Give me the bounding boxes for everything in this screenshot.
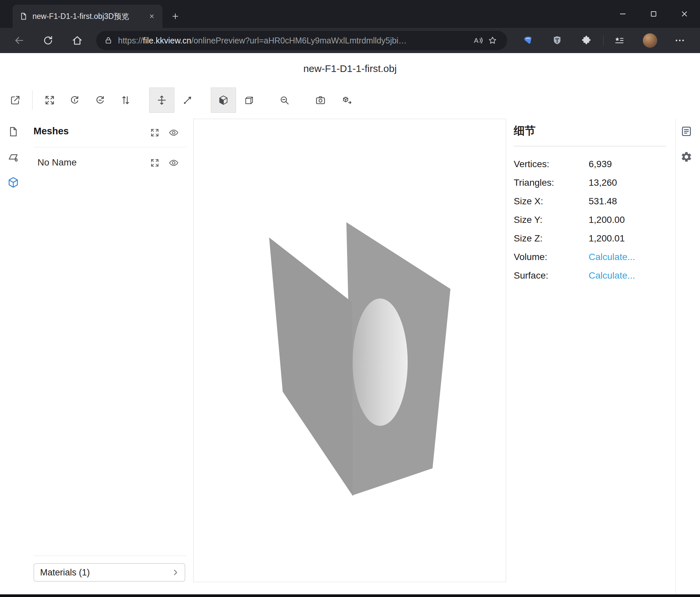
read-aloud-button[interactable]: A xyxy=(471,33,485,48)
details-panel: 细节 Vertices: 6,939 Triangles: 13,260 Siz… xyxy=(514,123,666,285)
move-vertical-button[interactable] xyxy=(149,88,174,113)
details-list-button[interactable] xyxy=(680,125,692,137)
page-title: new-F1-D1-1-first.obj xyxy=(0,63,700,74)
profile-avatar[interactable] xyxy=(643,33,657,48)
minimize-button[interactable] xyxy=(611,0,634,28)
fit-view-button[interactable] xyxy=(37,88,62,113)
favorite-star-button[interactable] xyxy=(485,33,500,48)
detail-label: Surface: xyxy=(514,270,589,281)
close-button[interactable] xyxy=(673,0,696,28)
extensions-puzzle-icon[interactable] xyxy=(578,32,594,48)
detail-value: 1,200.01 xyxy=(589,233,625,244)
materials-label: Materials (1) xyxy=(40,568,90,578)
detail-label: Volume: xyxy=(514,252,589,262)
line-tool-button[interactable] xyxy=(175,88,200,113)
materials-divider xyxy=(33,555,186,556)
screenshot-button[interactable] xyxy=(308,88,333,113)
rotate-z-button[interactable] xyxy=(88,88,113,113)
calculate-surface-link[interactable]: Calculate... xyxy=(589,270,635,281)
detail-row-size-z: Size Z: 1,200.01 xyxy=(514,229,666,248)
measure-button[interactable] xyxy=(272,88,297,113)
rotate-x-button[interactable] xyxy=(62,88,87,113)
detail-value: 6,939 xyxy=(589,159,612,169)
materials-button[interactable]: Materials (1) xyxy=(33,563,185,582)
lock-icon xyxy=(104,36,113,45)
open-external-button[interactable] xyxy=(3,88,28,113)
toolbar xyxy=(0,88,700,113)
materials-tool-button[interactable] xyxy=(4,148,23,167)
detail-value: 13,260 xyxy=(589,177,617,188)
tab-close-icon[interactable] xyxy=(146,10,158,22)
back-button[interactable] xyxy=(11,32,27,48)
detail-row-vertices: Vertices: 6,939 xyxy=(514,155,666,173)
cube-half-button[interactable] xyxy=(211,88,236,113)
detail-label: Size Z: xyxy=(514,233,589,244)
mesh-item-expand-button[interactable] xyxy=(149,157,161,169)
meshes-expand-button[interactable] xyxy=(149,127,161,139)
details-rows: Vertices: 6,939 Triangles: 13,260 Size X… xyxy=(514,155,666,285)
browser-window: new-F1-D1-1-first.obj3D预览 xyxy=(0,0,700,597)
swap-vertical-button[interactable] xyxy=(113,88,138,113)
toolbar-divider xyxy=(32,90,32,110)
meshes-divider xyxy=(33,147,186,147)
browser-tab[interactable]: new-F1-D1-1-first.obj3D预览 xyxy=(12,5,162,28)
tab-title: new-F1-D1-1-first.obj3D预览 xyxy=(32,11,141,22)
box-button[interactable] xyxy=(236,88,262,113)
detail-label: Size X: xyxy=(514,196,589,207)
detail-value: 1,200.00 xyxy=(589,215,625,225)
extension-blue-icon[interactable] xyxy=(520,32,536,48)
mesh-item-visibility-button[interactable] xyxy=(168,157,180,169)
navbar: https://file.kkview.cn/onlinePreview?url… xyxy=(0,28,700,53)
details-divider xyxy=(514,146,666,146)
detail-row-surface: Surface: Calculate... xyxy=(514,266,666,285)
settings-gear-button[interactable] xyxy=(680,151,692,163)
maximize-button[interactable] xyxy=(642,0,665,28)
home-button[interactable] xyxy=(69,32,85,48)
document-tab-button[interactable] xyxy=(4,122,23,141)
meshes-visibility-button[interactable] xyxy=(168,127,180,139)
new-tab-button[interactable] xyxy=(168,9,183,24)
shield-extension-icon[interactable] xyxy=(549,32,565,48)
chevron-right-icon xyxy=(171,568,180,577)
detail-row-volume: Volume: Calculate... xyxy=(514,248,666,266)
detail-value: 531.48 xyxy=(589,196,617,207)
model-viewport[interactable] xyxy=(193,119,506,582)
detail-row-triangles: Triangles: 13,260 xyxy=(514,173,666,192)
bottom-edge xyxy=(0,594,700,597)
address-bar[interactable]: https://file.kkview.cn/onlinePreview?url… xyxy=(96,31,507,50)
detail-label: Triangles: xyxy=(514,177,589,188)
nav-divider xyxy=(603,35,604,46)
url-text: https://file.kkview.cn/onlinePreview?url… xyxy=(118,36,471,45)
refresh-button[interactable] xyxy=(40,32,56,48)
favorites-bar-icon[interactable] xyxy=(611,32,627,48)
model-render xyxy=(194,119,506,582)
meshes-header: Meshes xyxy=(33,126,69,137)
more-menu-button[interactable] xyxy=(672,32,688,48)
model-cube-button[interactable] xyxy=(4,173,23,192)
svg-text:A: A xyxy=(474,37,479,44)
detail-row-size-x: Size X: 531.48 xyxy=(514,192,666,211)
right-strip xyxy=(675,119,700,594)
calculate-volume-link[interactable]: Calculate... xyxy=(589,252,635,262)
mesh-item[interactable]: No Name xyxy=(38,157,77,168)
detail-label: Vertices: xyxy=(514,159,589,169)
titlebar: new-F1-D1-1-first.obj3D预览 xyxy=(0,0,700,28)
detail-row-size-y: Size Y: 1,200.00 xyxy=(514,211,666,229)
details-header: 细节 xyxy=(514,123,666,139)
document-favicon xyxy=(19,12,28,21)
detail-label: Size Y: xyxy=(514,215,589,225)
export-model-button[interactable] xyxy=(334,88,359,113)
